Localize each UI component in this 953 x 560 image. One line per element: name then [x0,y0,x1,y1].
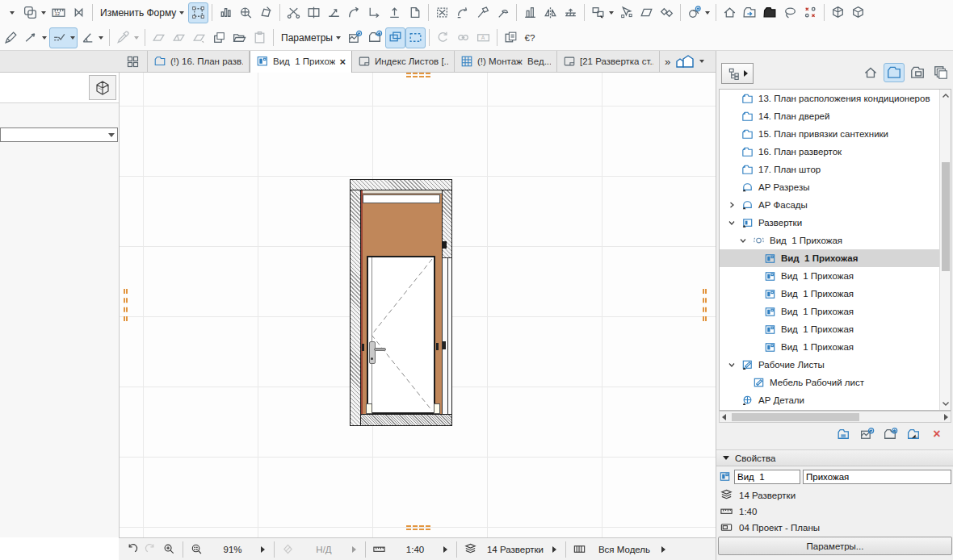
scroll-up-icon[interactable] [941,91,951,101]
tab-overflow-button[interactable]: » [665,56,670,68]
scrollbar-thumb[interactable] [732,413,859,421]
delete-button[interactable]: × [928,426,946,442]
door-leaf[interactable] [367,256,435,414]
marquee-tool-button[interactable] [89,75,116,100]
navigator-chooser-button[interactable] [721,63,754,84]
folder-add-button[interactable] [365,27,385,48]
fit-in-window-icon[interactable] [187,541,206,558]
zoom-menu-caret[interactable] [261,546,265,553]
angle-dimension-button[interactable] [78,27,106,48]
tree-item-2[interactable]: 14. План дверей [720,107,939,125]
chevron-down-icon[interactable] [726,219,737,227]
rounded-square-button[interactable] [20,2,48,23]
properties-header[interactable]: Свойства [716,449,953,466]
cube-a-button[interactable] [828,2,848,23]
layout-book-button[interactable] [907,63,928,82]
layers-icon[interactable] [461,541,480,558]
help-euro-button[interactable]: €? [521,27,541,48]
tab-4[interactable]: (!) Монтаж Вед... [455,51,557,73]
orientation-value[interactable]: Н/Д [297,545,351,554]
tree-item-14[interactable]: Вид 1 Прихожая [720,320,939,338]
zoom-in-icon[interactable] [160,541,178,558]
elevation-limit-marker-right[interactable] [703,289,707,321]
open-source-view-button[interactable] [905,426,922,442]
tree-item-18[interactable]: АР Детали [720,391,939,409]
clone-settings-button[interactable] [834,426,852,442]
home-button[interactable] [720,2,740,23]
scroll-down-icon[interactable] [941,399,951,408]
chain-link-button[interactable] [453,27,473,48]
door-elevation-drawing[interactable] [350,179,452,426]
eyedropper-button[interactable] [113,27,141,48]
mirror-panel-button[interactable] [540,2,560,23]
clipboard-copy-button[interactable] [501,27,521,48]
tree-item-4[interactable]: 16. План разверток [720,143,939,161]
drawing-canvas[interactable] [119,73,716,537]
window-select-button[interactable] [588,2,616,23]
edit-form-dropdown[interactable]: Изменить Форму [96,2,188,23]
tab-1[interactable]: (!) 16. План разв... [147,51,250,73]
orientation-icon[interactable] [279,541,297,558]
project-map-button[interactable] [860,63,881,82]
view-map-button[interactable] [884,63,905,82]
folder-black-button[interactable] [760,2,780,23]
fillet-arc-button[interactable] [344,2,364,23]
marquee-x-button[interactable] [432,2,452,23]
elevate-button[interactable] [384,2,405,23]
cube-b-button[interactable] [848,2,868,23]
tree-item-1[interactable]: 13. План расположения кондиционеров [720,90,939,107]
ruler-12-button[interactable]: 12 [48,2,69,23]
tree-item-8[interactable]: Развертки [720,214,939,232]
tree-item-16[interactable]: Рабочие Листы [720,356,939,374]
blank-page-button[interactable] [405,2,425,23]
transform-marquee-button[interactable] [188,2,208,23]
zoom-redo-icon[interactable] [141,541,160,558]
level-hatch-button[interactable] [560,2,581,23]
zoom-undo-icon[interactable] [123,541,141,558]
tree-item-13[interactable]: Вид 1 Прихожая [720,303,939,320]
scale-value[interactable]: 1:40 [388,545,442,554]
elevation-limit-marker-left[interactable] [124,289,128,321]
tree-item-6[interactable]: АР Разрезы [720,178,939,196]
scroll-left-icon[interactable] [722,414,726,420]
quad-view-button[interactable] [123,52,144,70]
duplicate-button[interactable] [657,2,677,23]
tree-item-10[interactable]: Вид 1 Прихожая [720,249,939,267]
plane-c-button[interactable] [189,27,209,48]
cursor-nodes-button[interactable] [616,2,636,23]
new-folder-button[interactable] [881,426,899,442]
polygon-edit-button[interactable] [256,2,276,23]
rename-button[interactable]: A [473,27,493,48]
xo-options-button[interactable] [800,2,821,23]
tree-item-7[interactable]: АР Фасады [720,196,939,214]
model-filter-icon[interactable] [570,541,589,558]
chevron-down-icon[interactable] [737,236,749,244]
overlap-frames-button[interactable] [385,27,405,48]
scale-menu-caret[interactable] [443,546,447,553]
dashed-marquee-button[interactable] [405,27,426,48]
tab-5[interactable]: [21 Развертка ст... [557,51,660,73]
info-combobox[interactable] [0,127,118,142]
align-base-button[interactable] [520,2,540,23]
chevron-right-icon[interactable] [726,201,737,209]
split-rect-button[interactable] [304,2,324,23]
chevron-down-icon[interactable] [726,361,737,369]
folder-open-button[interactable] [229,27,250,48]
model-filter-value[interactable]: Вся Модель [589,545,660,554]
paste-page-button[interactable] [250,27,270,48]
elevation-limit-marker-bottom[interactable] [406,525,430,530]
hammer-wedge-button[interactable] [493,2,513,23]
plane-b-button[interactable] [169,27,189,48]
view-add-button[interactable] [345,27,365,48]
pencil-edge-button[interactable] [1,27,21,48]
rotate-arc-button[interactable] [452,2,472,23]
hourglass-x-button[interactable] [69,2,89,23]
skew-button[interactable] [636,2,657,23]
lasso-button[interactable] [780,2,800,23]
tree-item-17[interactable]: Мебель Рабочий лист [720,374,939,391]
orbit-plus-button[interactable] [684,2,712,23]
none-button[interactable] [1,2,20,23]
view-id-input[interactable] [734,470,800,484]
settings-button[interactable]: Параметры... [718,537,952,555]
level-dimension-button[interactable] [49,27,78,48]
